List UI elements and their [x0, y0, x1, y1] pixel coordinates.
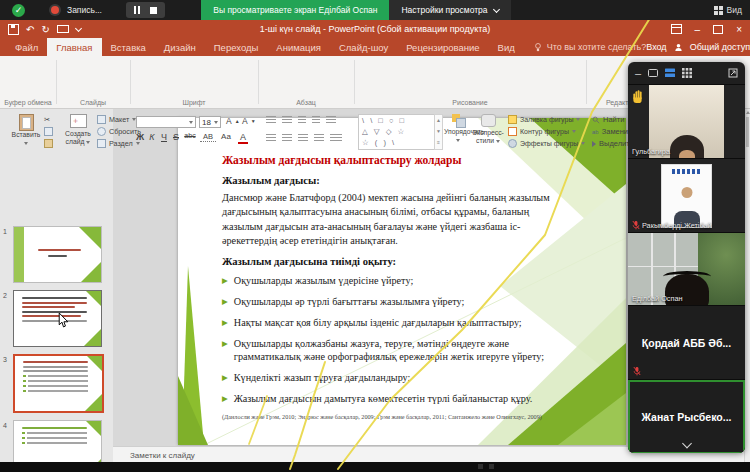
shape-fill-button[interactable]: Заливка фигуры	[508, 115, 580, 124]
layout-label: Макет	[109, 115, 129, 124]
shape-outline-icon	[508, 127, 517, 136]
video-tile-rakymberdi[interactable]: Ракымберді Жетібай	[628, 158, 745, 233]
arrange-button[interactable]: Упорядочить	[444, 114, 472, 145]
share-button[interactable]: Общий доступ	[690, 42, 750, 52]
slide-number: 3	[3, 356, 7, 363]
format-painter-button[interactable]	[44, 139, 53, 148]
restore-button[interactable]	[713, 25, 723, 34]
tab-design[interactable]: Дизайн	[155, 38, 205, 56]
redo-icon[interactable]: ↻	[41, 24, 49, 35]
tab-insert[interactable]: Вставка	[102, 38, 155, 56]
close-button[interactable]: ×	[736, 24, 742, 35]
shapes-gallery[interactable]: \ \ □ ○ □△ ▽ ◇ ☆☆ ( ) \	[358, 114, 437, 150]
shape-effects-button[interactable]: Эффекты фигуры	[508, 139, 585, 148]
font-color-button[interactable]: А	[238, 132, 248, 144]
layout-button[interactable]: Макет	[97, 115, 136, 124]
meeting-info-shield-icon[interactable]: ✓	[12, 4, 25, 17]
editor-scrollbar[interactable]	[745, 108, 750, 462]
align-center-icon[interactable]	[282, 134, 292, 142]
paste-label: Вставить	[12, 131, 41, 138]
slideshow-icon[interactable]	[57, 25, 69, 33]
stop-recording-button[interactable]	[150, 7, 157, 14]
align-left-icon[interactable]	[266, 134, 276, 142]
slide-bullet: ▶Нақты мақсат қоя білу арқылы ізденіс да…	[222, 316, 566, 330]
decrease-font-button[interactable]: A▼	[242, 116, 256, 126]
char-spacing-button[interactable]: АВ	[200, 132, 216, 142]
shape-outline-button[interactable]: Контур фигуры	[508, 127, 576, 136]
columns-icon[interactable]	[330, 134, 342, 142]
quick-styles-button[interactable]: Экспресс-стили	[472, 114, 504, 146]
justify-icon[interactable]	[314, 134, 324, 142]
find-button[interactable]: Найти	[592, 115, 624, 124]
gallery-view-icon[interactable]	[682, 68, 692, 78]
tab-view[interactable]: Вид	[489, 38, 524, 56]
slide-thumbnail-1[interactable]	[13, 226, 102, 283]
slide-number: 2	[3, 292, 7, 299]
pause-recording-button[interactable]	[134, 6, 140, 14]
speaker-view-icon[interactable]	[648, 68, 658, 78]
view-options-button[interactable]: Настройки просмотра	[389, 0, 510, 20]
video-tile-qorday[interactable]: Қордай АББ Әб...	[628, 305, 745, 380]
tab-animations[interactable]: Анимация	[267, 38, 330, 56]
tab-review[interactable]: Рецензирование	[397, 38, 488, 56]
line-spacing-icon[interactable]	[326, 116, 336, 124]
undo-icon[interactable]: ↶	[26, 24, 34, 35]
tab-file[interactable]: Файл	[6, 38, 47, 56]
font-name-input[interactable]	[136, 116, 196, 128]
numbered-list-icon[interactable]	[282, 116, 292, 124]
view-button[interactable]: Вид	[714, 5, 742, 15]
bullet-triangle-icon: ▶	[222, 316, 228, 330]
raised-hand-icon	[632, 89, 645, 103]
scrollbar-thumb[interactable]	[746, 117, 749, 147]
screen-share-banner: Вы просматриваете экран Еділбай Оспан	[201, 0, 389, 20]
exit-fullscreen-icon[interactable]	[728, 68, 738, 78]
brush-icon	[44, 139, 53, 148]
slide-citation: (Данлосли және Грэм, 2010; Эндрюс және б…	[222, 413, 566, 420]
increase-indent-icon[interactable]	[312, 116, 320, 124]
save-icon[interactable]	[8, 24, 19, 35]
quick-styles-dropdown-icon	[496, 140, 500, 143]
scroll-up-icon[interactable]	[746, 111, 750, 114]
video-tile-gulbagira[interactable]: Гульбагира	[628, 84, 745, 159]
ribbon-options-icon[interactable]	[671, 24, 682, 34]
bold-button[interactable]: Ж	[134, 132, 146, 142]
bullet-list-icon[interactable]	[266, 116, 276, 124]
participant-name: Жанат Рысбеко...	[628, 411, 745, 423]
slide-canvas[interactable]: Жазылым дағдысын қалыптастыру жолдары Жа…	[178, 118, 626, 445]
video-tile-edilbai[interactable]: Еділбай Оспан	[628, 232, 745, 306]
slide-thumbnail-3-selected[interactable]	[13, 354, 104, 413]
font-size-value: 18	[202, 118, 211, 127]
copy-button[interactable]	[44, 127, 53, 136]
tab-slideshow[interactable]: Слайд-шоу	[330, 38, 397, 56]
italic-button[interactable]: К	[146, 132, 158, 142]
replace-icon: ab	[592, 129, 599, 135]
participant-name: Еділбай Оспан	[632, 294, 683, 303]
increase-font-button[interactable]: A▲	[226, 116, 240, 126]
decrease-indent-icon[interactable]	[298, 116, 306, 124]
minimize-button[interactable]: –	[695, 24, 701, 35]
qat-dropdown-icon[interactable]	[75, 24, 82, 31]
bullet-triangle-icon: ▶	[222, 274, 228, 288]
change-case-button[interactable]: Аа	[218, 132, 234, 141]
sign-in-button[interactable]: Вход	[646, 42, 666, 52]
new-slide-button[interactable]: ＋ Создать слайд	[60, 114, 96, 147]
shape-outline-dropdown-icon	[572, 130, 576, 133]
headphones	[663, 271, 711, 282]
strip-view-icon-active[interactable]	[665, 68, 675, 78]
tab-transitions[interactable]: Переходы	[205, 38, 268, 56]
align-right-icon[interactable]	[298, 134, 308, 142]
shape-fill-icon	[508, 115, 517, 124]
strikethrough-button[interactable]: S	[170, 132, 182, 142]
paste-button[interactable]: Вставить	[6, 114, 46, 148]
minimize-panel-icon[interactable]: –	[635, 68, 641, 78]
tell-me-box[interactable]: Что вы хотите сделать?	[534, 38, 647, 56]
underline-button[interactable]: Ч	[158, 132, 170, 142]
shapes-scrollbar[interactable]: ▲▼≡	[434, 114, 443, 150]
tab-home[interactable]: Главная	[47, 38, 101, 56]
cut-button[interactable]: ✂	[44, 115, 50, 124]
copy-icon	[44, 127, 53, 136]
font-size-input[interactable]: 18	[199, 116, 221, 128]
video-feed	[661, 164, 712, 228]
shadow-button[interactable]: abc	[182, 132, 198, 139]
slide-bullet: ▶Оқушыларды әр түрлі бағыттағы жазылымға…	[222, 295, 566, 309]
